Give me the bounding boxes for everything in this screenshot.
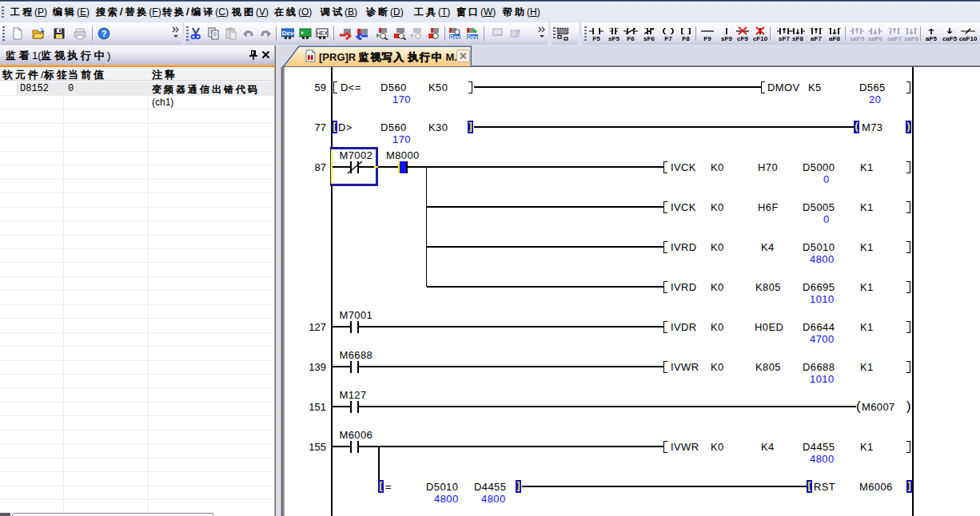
svg-text:Dev: Dev (468, 34, 478, 40)
svg-text:Dev: Dev (282, 30, 294, 37)
svg-text:Dev: Dev (450, 34, 460, 40)
svg-text:?: ? (102, 29, 107, 38)
svg-text:HEX: HEX (317, 30, 329, 36)
